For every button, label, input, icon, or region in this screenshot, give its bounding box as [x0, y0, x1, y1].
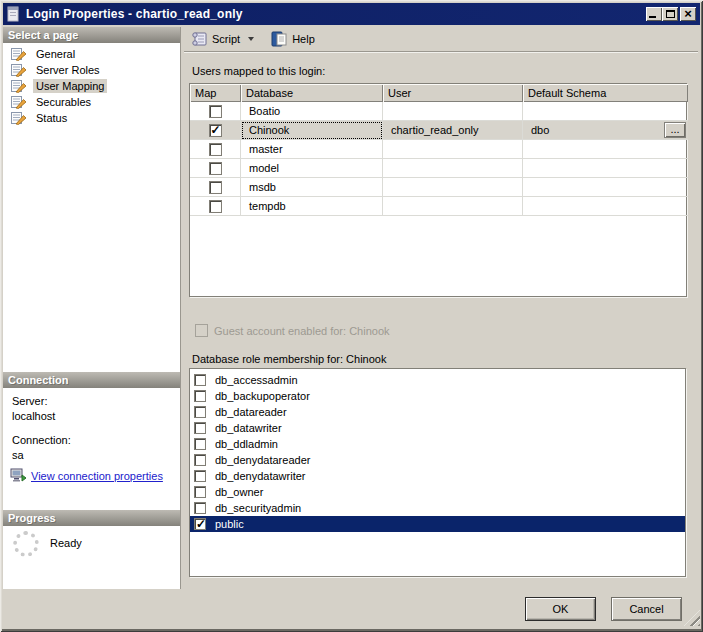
table-row[interactable]: Boatio: [190, 102, 686, 121]
column-header-map: Map: [190, 84, 241, 102]
script-button[interactable]: Script: [187, 30, 257, 48]
role-item-db-denydatareader[interactable]: db_denydatareader: [190, 452, 685, 468]
view-connection-properties-link[interactable]: View connection properties: [31, 470, 163, 482]
sidebar-item-status[interactable]: Status: [3, 110, 180, 126]
user-cell: [383, 178, 523, 197]
map-cell: [190, 121, 241, 140]
map-checkbox[interactable]: [209, 181, 222, 194]
database-cell: Boatio: [241, 102, 383, 121]
column-header-database: Database: [241, 84, 383, 102]
browse-default-schema-button[interactable]: ...: [664, 122, 686, 138]
role-item-label: db_datareader: [213, 405, 289, 420]
role-item-db-backupoperator[interactable]: db_backupoperator: [190, 388, 685, 404]
column-header-default-schema: Default Schema: [523, 84, 688, 102]
maximize-button[interactable]: [662, 7, 678, 21]
role-checkbox[interactable]: [194, 518, 206, 530]
sidebar-item-server-roles[interactable]: Server Roles: [3, 62, 180, 78]
default-schema-cell: [523, 159, 688, 178]
sidebar-item-label: Securables: [33, 95, 94, 109]
role-checkbox[interactable]: [194, 470, 206, 482]
page-icon: [11, 79, 27, 93]
role-item-db-ddladmin[interactable]: db_ddladmin: [190, 436, 685, 452]
users-mapping-table-header: Map Database User Default Schema: [190, 84, 686, 102]
user-cell: [383, 140, 523, 159]
role-checkbox[interactable]: [194, 422, 206, 434]
guest-account-label: Guest account enabled for: Chinook: [214, 325, 390, 337]
map-checkbox[interactable]: [209, 105, 222, 118]
users-mapped-label: Users mapped to this login:: [192, 65, 325, 77]
close-icon: ×: [684, 8, 692, 20]
map-cell: [190, 178, 241, 197]
role-item-db-securityadmin[interactable]: db_securityadmin: [190, 500, 685, 516]
minimize-icon: [649, 16, 656, 18]
table-row[interactable]: master: [190, 140, 686, 159]
page-icon: [11, 47, 27, 61]
sidebar-pages: GeneralServer RolesUser MappingSecurable…: [3, 46, 180, 126]
map-checkbox[interactable]: [209, 200, 222, 213]
role-item-public[interactable]: public: [190, 516, 685, 532]
help-button-label: Help: [292, 33, 315, 45]
progress-status: Ready: [50, 537, 82, 549]
maximize-icon: [666, 10, 675, 18]
sidebar-item-label: Status: [33, 111, 70, 125]
role-item-label: db_accessadmin: [213, 373, 300, 388]
ok-button[interactable]: OK: [525, 597, 596, 621]
progress-header: Progress: [3, 510, 180, 526]
role-checkbox[interactable]: [194, 486, 206, 498]
role-checkbox[interactable]: [194, 502, 206, 514]
connection-value: sa: [12, 449, 24, 461]
role-item-label: db_denydatawriter: [213, 469, 308, 484]
server-value: localhost: [12, 410, 55, 422]
column-header-user: User: [383, 84, 523, 102]
database-cell: msdb: [241, 178, 383, 197]
map-cell: [190, 197, 241, 216]
minimize-button[interactable]: [646, 7, 662, 21]
role-item-db-datawriter[interactable]: db_datawriter: [190, 420, 685, 436]
table-row[interactable]: Chinookchartio_read_onlydbo...: [190, 121, 686, 140]
sidebar-item-label: Server Roles: [33, 63, 103, 77]
role-item-label: db_owner: [213, 485, 265, 500]
map-checkbox[interactable]: [209, 143, 222, 156]
user-cell: chartio_read_only: [383, 121, 523, 140]
sidebar: Select a page GeneralServer RolesUser Ma…: [3, 27, 181, 589]
help-button[interactable]: Help: [267, 30, 318, 48]
role-item-db-denydatawriter[interactable]: db_denydatawriter: [190, 468, 685, 484]
resize-grip[interactable]: [684, 610, 700, 626]
role-item-label: public: [213, 517, 246, 532]
database-cell: model: [241, 159, 383, 178]
role-item-db-datareader[interactable]: db_datareader: [190, 404, 685, 420]
progress-spinner-icon: [13, 531, 39, 557]
cancel-button[interactable]: Cancel: [611, 597, 682, 621]
database-cell: tempdb: [241, 197, 383, 216]
map-checkbox[interactable]: [209, 162, 222, 175]
role-checkbox[interactable]: [194, 454, 206, 466]
sidebar-item-general[interactable]: General: [3, 46, 180, 62]
connection-properties-icon: [10, 468, 27, 484]
role-item-label: db_securityadmin: [213, 501, 303, 516]
map-cell: [190, 159, 241, 178]
script-dropdown-arrow-icon[interactable]: [248, 37, 254, 41]
sidebar-item-user-mapping[interactable]: User Mapping: [3, 78, 180, 94]
map-checkbox[interactable]: [209, 124, 222, 137]
server-label: Server:: [12, 395, 47, 407]
table-row[interactable]: msdb: [190, 178, 686, 197]
default-schema-cell: [523, 197, 688, 216]
table-row[interactable]: model: [190, 159, 686, 178]
database-cell: Chinook: [241, 121, 383, 140]
role-item-db-owner[interactable]: db_owner: [190, 484, 685, 500]
role-checkbox[interactable]: [194, 406, 206, 418]
role-item-label: db_ddladmin: [213, 437, 280, 452]
role-item-db-accessadmin[interactable]: db_accessadmin: [190, 372, 685, 388]
sidebar-item-securables[interactable]: Securables: [3, 94, 180, 110]
table-row[interactable]: tempdb: [190, 197, 686, 216]
toolbar-separator: [184, 51, 698, 53]
titlebar[interactable]: Login Properties - chartio_read_only ×: [3, 3, 700, 25]
close-button[interactable]: ×: [680, 7, 696, 21]
role-checkbox[interactable]: [194, 438, 206, 450]
role-checkbox[interactable]: [194, 374, 206, 386]
select-a-page-header: Select a page: [3, 27, 180, 43]
script-icon: [190, 31, 208, 47]
role-checkbox[interactable]: [194, 390, 206, 402]
guest-account-checkbox: [195, 324, 208, 337]
map-cell: [190, 140, 241, 159]
